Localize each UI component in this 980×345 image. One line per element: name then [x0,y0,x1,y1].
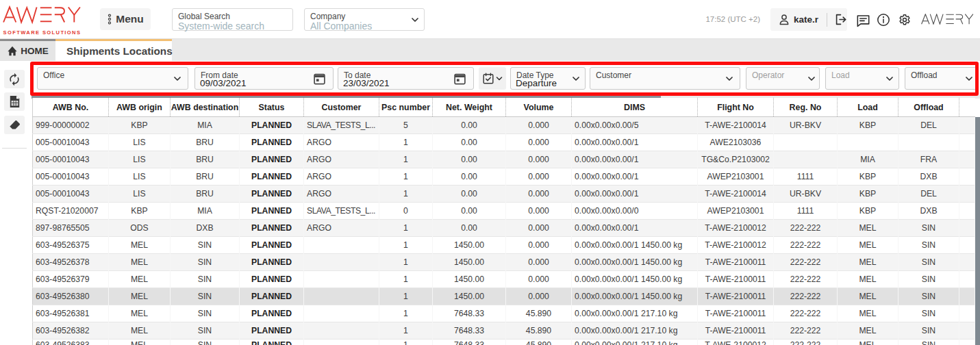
svg-text:SOFTWARE SOLUTIONS: SOFTWARE SOLUTIONS [3,29,81,36]
